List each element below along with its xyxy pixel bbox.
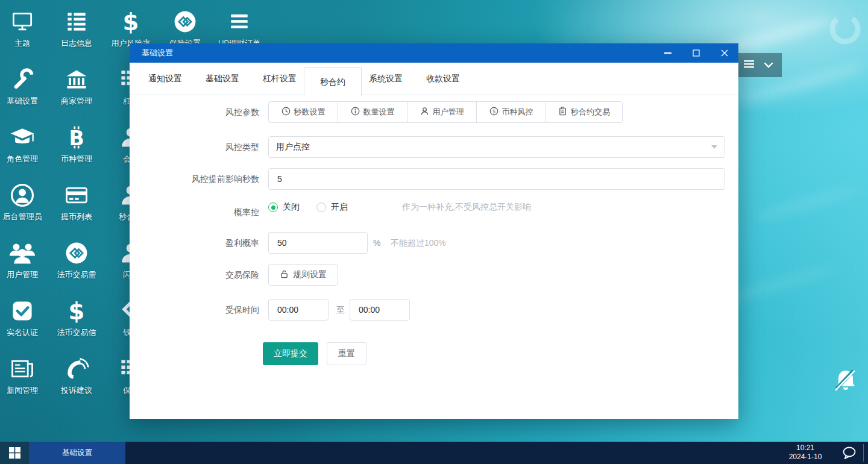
desktop-icon-label: 法币交易信 <box>57 327 96 338</box>
desktop-icon-label: 币种管理 <box>61 154 92 165</box>
desktop-icon-theme[interactable]: 主题 <box>0 5 49 49</box>
desktop-icon-real-name-auth[interactable]: 实名认证 <box>0 294 49 338</box>
submit-button[interactable]: 立即提交 <box>263 342 318 365</box>
desktop-icon-basic-settings[interactable]: 基础设置 <box>0 63 49 107</box>
risk-type-value: 用户点控 <box>276 142 310 152</box>
overlay-toolbar <box>732 53 782 77</box>
tab-basic-settings[interactable]: 基础设置 <box>206 74 239 84</box>
dollar-icon: $ <box>63 294 90 324</box>
field-label-risk-advance-seconds: 风控提前影响秒数 <box>130 174 259 185</box>
desktop-icon-backend-admin[interactable]: 后台管理员 <box>0 178 49 222</box>
desktop-icon-log-info[interactable]: 日志信息 <box>49 5 104 49</box>
start-button[interactable] <box>0 442 29 464</box>
desktop-icon-up-finance-orders[interactable]: UP理财订单 <box>212 5 266 49</box>
desktop-icon-label: 新闻管理 <box>7 385 38 396</box>
desktop-icon-complaints[interactable]: 投诉建议 <box>49 352 104 396</box>
bell-muted-icon[interactable] <box>834 368 857 396</box>
field-label-trade-insurance: 交易保险 <box>130 270 259 281</box>
insured-time-to-input[interactable] <box>350 299 410 321</box>
desktop-icon-fiat-trade-demand[interactable]: 法币交易需 <box>49 236 104 280</box>
field-label-probability-control: 概率控 <box>130 207 259 218</box>
settings-tab-bar: 通知设置 基础设置 杠杆设置 秒合约 系统设置 收款设置 <box>130 63 738 95</box>
button-label: 数量设置 <box>363 107 395 118</box>
desktop-icon-insurance-settings[interactable]: 保险设置 <box>158 5 212 49</box>
desktop-icon-withdraw-list[interactable]: 提币列表 <box>49 178 104 222</box>
risk-advance-seconds-input[interactable] <box>268 168 725 190</box>
taskbar-clock[interactable]: 10:21 2024-1-10 <box>780 444 831 462</box>
insured-time-from-input[interactable] <box>268 299 329 321</box>
clock-time: 10:21 <box>780 444 831 453</box>
settings-window: 基础设置 通知设置 基础设置 杠杆设置 秒合约 系统设置 收款设置 风控参数 秒… <box>130 43 738 419</box>
desktop-icon-label: 提币列表 <box>61 212 92 222</box>
desktop-icon-merchant-management[interactable]: 商家管理 <box>49 63 104 107</box>
desktop-icon-user-management[interactable]: 用户管理 <box>0 236 49 280</box>
desktop-icon-label: 基础设置 <box>7 96 38 107</box>
tab-seconds-contract[interactable]: 秒合约 <box>304 67 362 96</box>
desktop-icon-label: 角色管理 <box>7 154 38 165</box>
seconds-contract-trade-button[interactable]: 秒合约交易 <box>546 101 623 123</box>
monitor-icon <box>9 5 36 35</box>
radio-off-label: 关闭 <box>283 202 300 213</box>
button-label: 秒数设置 <box>294 107 326 118</box>
quantity-setting-button[interactable]: 数量设置 <box>338 101 407 123</box>
probability-control-radio-group: 关闭 开启 作为一种补充,不受风控总开关影响 <box>268 202 531 213</box>
radio-off-selected[interactable] <box>268 202 278 212</box>
minimize-button[interactable] <box>653 43 682 63</box>
desktop-icon-label: 后台管理员 <box>3 212 42 222</box>
tab-system-settings[interactable]: 系统设置 <box>369 74 403 84</box>
desktop-icon-news-management[interactable]: 新闻管理 <box>0 352 49 396</box>
desktop-icon-label: 法币交易需 <box>57 269 96 280</box>
risk-params-button-group: 秒数设置 数量设置 用户管理 $ 币种风控 秒合约交易 <box>268 101 623 123</box>
ocean-streak <box>755 184 861 222</box>
radio-on-unselected[interactable] <box>316 202 326 212</box>
radio-on-label: 开启 <box>331 202 348 213</box>
field-label-insured-time: 受保时间 <box>130 305 259 316</box>
dollar-circle-icon: $ <box>489 107 498 118</box>
chevron-down-icon[interactable] <box>764 60 773 71</box>
risk-type-select[interactable]: 用户点控 <box>268 136 725 158</box>
graduation-cap-icon <box>8 121 36 151</box>
users-icon <box>8 236 36 266</box>
button-label: 秒合约交易 <box>571 107 610 118</box>
show-desktop-separator[interactable] <box>863 444 864 462</box>
clock-date: 2024-1-10 <box>780 453 831 462</box>
tab-leverage-settings[interactable]: 杠杆设置 <box>263 74 297 84</box>
button-label: 币种风控 <box>502 107 533 118</box>
list-icon <box>63 5 90 35</box>
bitcoin-icon: B <box>63 121 90 151</box>
desktop-icon-label: 日志信息 <box>61 38 92 49</box>
taskbar-item-basic-settings[interactable]: 基础设置 <box>29 442 125 464</box>
check-square-icon <box>9 294 36 324</box>
close-button[interactable] <box>710 43 738 63</box>
profit-probability-input[interactable] <box>268 232 368 254</box>
tab-notification-settings[interactable]: 通知设置 <box>148 74 182 84</box>
user-manage-button[interactable]: 用户管理 <box>407 101 477 123</box>
newspaper-icon <box>9 352 36 382</box>
desktop-icon-coin-management[interactable]: B 币种管理 <box>49 121 104 165</box>
svg-text:$: $ <box>123 8 139 35</box>
reset-button[interactable]: 重置 <box>327 342 366 365</box>
lock-icon <box>280 269 289 281</box>
maximize-button[interactable] <box>682 43 710 63</box>
desktop-icon-role-management[interactable]: 角色管理 <box>0 121 49 165</box>
rule-settings-button[interactable]: 规则设置 <box>268 264 338 286</box>
info-circle-icon <box>351 107 360 118</box>
desktop-icon-fiat-trade-info[interactable]: $ 法币交易信 <box>49 294 104 338</box>
profit-probability-hint: 不能超过100% <box>391 238 446 249</box>
taskbar-item-label: 基础设置 <box>62 448 92 458</box>
time-range-separator: 至 <box>336 305 345 316</box>
bank-icon <box>63 63 90 93</box>
chat-bubble-icon[interactable] <box>841 447 857 462</box>
window-titlebar[interactable]: 基础设置 <box>130 43 738 63</box>
tab-payment-settings[interactable]: 收款设置 <box>426 74 460 84</box>
svg-text:$: $ <box>69 298 85 324</box>
menu-icon[interactable] <box>744 60 754 71</box>
svg-text:$: $ <box>492 108 495 114</box>
desktop-icon-label: 投诉建议 <box>61 385 92 396</box>
phone-icon <box>63 352 90 382</box>
person-icon <box>420 107 429 118</box>
seconds-setting-button[interactable]: 秒数设置 <box>268 101 338 123</box>
user-circle-icon <box>9 178 36 208</box>
coin-risk-button[interactable]: $ 币种风控 <box>476 101 546 123</box>
desktop-icon-user-risk-rate[interactable]: $ 用户风险率 <box>104 5 158 49</box>
